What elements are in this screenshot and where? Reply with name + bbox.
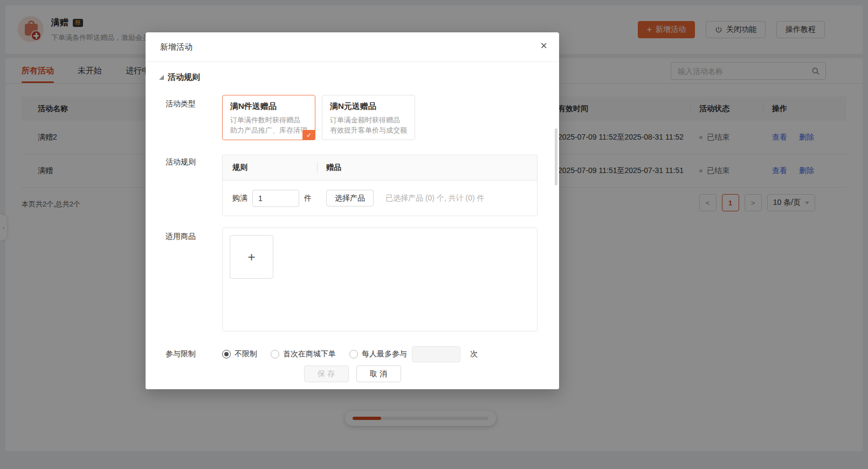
radio-no-limit[interactable]: 不限制 xyxy=(222,349,257,359)
max-times-input[interactable] xyxy=(412,346,460,362)
rule-label: 活动规则 xyxy=(166,157,196,167)
type-card-by-amount[interactable]: 满N元送赠品 订单满金额时获得赠品 有效提升客单价与成交额 xyxy=(322,95,415,140)
type-card-by-quantity[interactable]: 满N件送赠品 订单满件数时获得赠品 助力产品推广、库存清理 ✓ xyxy=(222,95,315,140)
applicable-goods-box: + xyxy=(222,227,538,332)
add-product-tile[interactable]: + xyxy=(230,235,273,279)
app-root: 满赠 尊 下单满条件即送赠品，激励会员 + 新增活动 关闭功能 操作教程 所有活… xyxy=(0,0,868,469)
new-activity-modal: 新增活动 × 活动规则 活动类型 满N件送赠品 订单满件数时获得赠品 助力产品推… xyxy=(146,32,559,389)
radio-icon xyxy=(222,350,231,358)
rule-table-header: 规则 赠品 xyxy=(223,155,537,181)
times-unit-label: 次 xyxy=(470,349,478,359)
modal-title: 新增活动 xyxy=(160,42,192,52)
rule-table: 规则 赠品 购满 件 选择产品 已选择产品 (0) 个, 共计 (0) 件 xyxy=(222,155,538,216)
activity-type-cards: 满N件送赠品 订单满件数时获得赠品 助力产品推广、库存清理 ✓ 满N元送赠品 订… xyxy=(222,95,415,140)
modal-footer: 保 存 取 消 xyxy=(146,362,559,389)
radio-max-times[interactable]: 每人最多参与 xyxy=(349,349,407,359)
participation-limit-options: 不限制 首次在商城下单 每人最多参与 次 xyxy=(222,346,478,362)
modal-header: 新增活动 × xyxy=(146,32,559,62)
plus-icon: + xyxy=(247,250,255,265)
radio-icon xyxy=(271,350,279,358)
gift-column-header: 赠品 xyxy=(318,163,341,173)
selected-check-icon: ✓ xyxy=(302,130,315,140)
quantity-input[interactable] xyxy=(252,190,299,207)
activity-type-label: 活动类型 xyxy=(166,99,196,109)
save-button[interactable]: 保 存 xyxy=(304,365,349,382)
radio-icon xyxy=(349,350,358,358)
section-activity-rules[interactable]: 活动规则 xyxy=(159,72,200,82)
buy-unit-label: 件 xyxy=(304,194,312,203)
select-product-button[interactable]: 选择产品 xyxy=(326,190,374,206)
cancel-button[interactable]: 取 消 xyxy=(356,365,401,382)
buy-prefix-label: 购满 xyxy=(232,194,247,203)
selected-products-info: 已选择产品 (0) 个, 共计 (0) 件 xyxy=(385,194,485,203)
applicable-goods-label: 适用商品 xyxy=(166,232,196,242)
participation-limit-label: 参与限制 xyxy=(166,349,196,359)
radio-first-order[interactable]: 首次在商城下单 xyxy=(271,349,336,359)
rule-column-header: 规则 xyxy=(223,163,318,173)
rule-table-row: 购满 件 选择产品 已选择产品 (0) 个, 共计 (0) 件 xyxy=(223,181,537,216)
collapse-triangle-icon xyxy=(159,75,164,80)
modal-scrollbar-thumb[interactable] xyxy=(555,128,557,185)
close-icon[interactable]: × xyxy=(540,40,547,52)
